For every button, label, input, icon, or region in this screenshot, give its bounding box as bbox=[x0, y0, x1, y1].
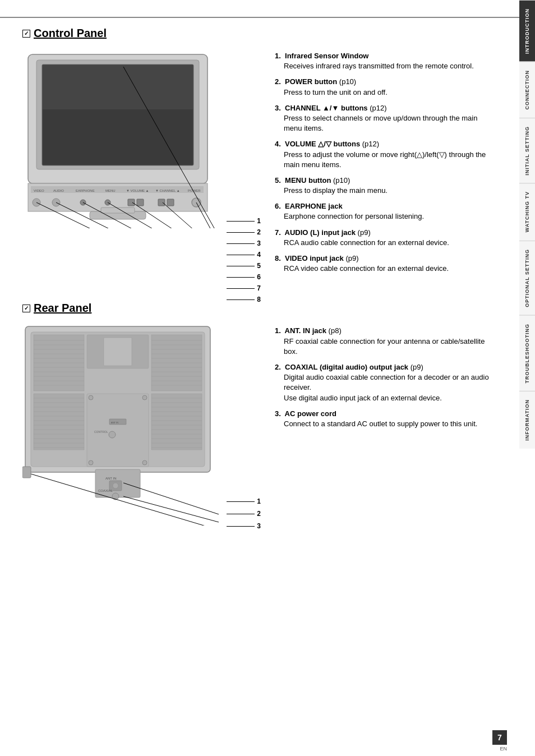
svg-point-79 bbox=[109, 431, 116, 438]
callout-numbers-control: 1 2 3 4 5 bbox=[227, 217, 261, 303]
svg-line-101 bbox=[123, 483, 219, 514]
rear-panel-title: Rear Panel bbox=[34, 302, 91, 315]
sidebar-tab-troubleshooting[interactable]: TROUBLESHOOTING bbox=[519, 315, 535, 391]
rear-panel-header: Rear Panel bbox=[22, 302, 491, 315]
svg-point-98 bbox=[113, 483, 118, 488]
sidebar-tab-connection[interactable]: CONNECTION bbox=[519, 62, 535, 118]
svg-rect-19 bbox=[158, 199, 165, 206]
control-panel-image: VIDEO AUDIO EARPHONE MENU ▼ VOLUME ▲ ▼ C… bbox=[22, 49, 236, 279]
rear-panel-image: CONTROL ANT IN bbox=[22, 324, 236, 527]
rear-panel-list: 1. ANT. IN jack (p8) RF coaxial cable co… bbox=[275, 326, 491, 429]
cp-item-3: 3. CHANNEL ▲/▼ buttons (p12) Press to se… bbox=[275, 103, 491, 134]
rear-panel-checkbox bbox=[22, 305, 30, 312]
sidebar-tab-introduction[interactable]: INTRODUCTION bbox=[519, 0, 535, 62]
page-lang: EN bbox=[500, 746, 507, 752]
svg-point-75 bbox=[142, 395, 147, 400]
svg-text:EARPHONE: EARPHONE bbox=[76, 189, 95, 192]
sidebar-tabs: INTRODUCTION CONNECTION INITIAL SETTING … bbox=[519, 0, 535, 756]
svg-text:▼ VOLUME ▲: ▼ VOLUME ▲ bbox=[126, 189, 149, 192]
cp-item-5: 5. MENU button (p10) Press to display th… bbox=[275, 176, 491, 196]
rear-panel-desc: 1. ANT. IN jack (p8) RF coaxial cable co… bbox=[247, 324, 491, 527]
svg-text:MENU: MENU bbox=[105, 189, 116, 192]
rp-item-2: 2. COAXIAL (digital audio) output jack (… bbox=[275, 362, 491, 403]
svg-point-77 bbox=[142, 460, 147, 465]
svg-text:CONTROL: CONTROL bbox=[94, 430, 108, 434]
callout-numbers-rear: 1 2 3 bbox=[227, 497, 261, 530]
svg-point-76 bbox=[89, 460, 93, 465]
svg-rect-18 bbox=[137, 199, 144, 206]
control-panel-body: VIDEO AUDIO EARPHONE MENU ▼ VOLUME ▲ ▼ C… bbox=[22, 49, 491, 279]
svg-rect-60 bbox=[34, 394, 84, 450]
rear-panel-body: CONTROL ANT IN bbox=[22, 324, 491, 527]
svg-rect-47 bbox=[104, 338, 132, 366]
page-number: 7 bbox=[492, 730, 507, 745]
control-panel-list: 1. Infrared Sensor Window Receives infra… bbox=[275, 51, 491, 274]
svg-text:▼ CHANNEL ▲: ▼ CHANNEL ▲ bbox=[155, 189, 180, 192]
sidebar-tab-information[interactable]: INFORMATION bbox=[519, 391, 535, 449]
svg-text:POWER: POWER bbox=[188, 189, 201, 192]
svg-text:AUDIO: AUDIO bbox=[53, 189, 64, 192]
svg-rect-82 bbox=[151, 394, 202, 450]
svg-rect-104 bbox=[22, 467, 31, 478]
svg-rect-3 bbox=[42, 64, 193, 109]
cp-item-6: 6. EARPHONE jack Earphone connection for… bbox=[275, 201, 491, 222]
cp-item-4: 4. VOLUME △/▽ buttons (p12) Press to adj… bbox=[275, 139, 491, 170]
svg-point-74 bbox=[89, 395, 93, 400]
control-panel-desc: 1. Infrared Sensor Window Receives infra… bbox=[247, 49, 491, 279]
cp-item-7: 7. AUDIO (L) input jack (p9) RCA audio c… bbox=[275, 228, 491, 248]
control-panel-header: Control Panel bbox=[22, 27, 491, 40]
cp-item-1: 1. Infrared Sensor Window Receives infra… bbox=[275, 51, 491, 71]
cp-item-8: 8. VIDEO input jack (p9) RCA video cable… bbox=[275, 253, 491, 274]
svg-line-102 bbox=[123, 496, 219, 522]
svg-rect-17 bbox=[128, 199, 135, 206]
sidebar-tab-optional-setting[interactable]: OPTIONAL SETTING bbox=[519, 241, 535, 315]
rp-item-3: 3. AC power cord Connect to a standard A… bbox=[275, 409, 491, 429]
sidebar-tab-initial-setting[interactable]: INITIAL SETTING bbox=[519, 118, 535, 183]
cp-item-2: 2. POWER button (p10) Press to turn the … bbox=[275, 77, 491, 97]
tv-front-svg: VIDEO AUDIO EARPHONE MENU ▼ VOLUME ▲ ▼ C… bbox=[22, 49, 236, 228]
top-line bbox=[0, 17, 519, 18]
rp-item-1: 1. ANT. IN jack (p8) RF coaxial cable co… bbox=[275, 326, 491, 357]
sidebar-tab-watching-tv[interactable]: WATCHING TV bbox=[519, 183, 535, 240]
control-panel-checkbox bbox=[22, 30, 30, 38]
svg-text:ANT IN: ANT IN bbox=[111, 421, 118, 424]
svg-text:ANT IN: ANT IN bbox=[105, 477, 117, 480]
svg-text:VIDEO: VIDEO bbox=[34, 189, 44, 192]
svg-rect-20 bbox=[167, 199, 174, 206]
svg-text:COAXIAL: COAXIAL bbox=[98, 489, 113, 492]
tv-rear-svg: CONTROL ANT IN bbox=[22, 324, 236, 525]
control-panel-title: Control Panel bbox=[34, 27, 107, 40]
